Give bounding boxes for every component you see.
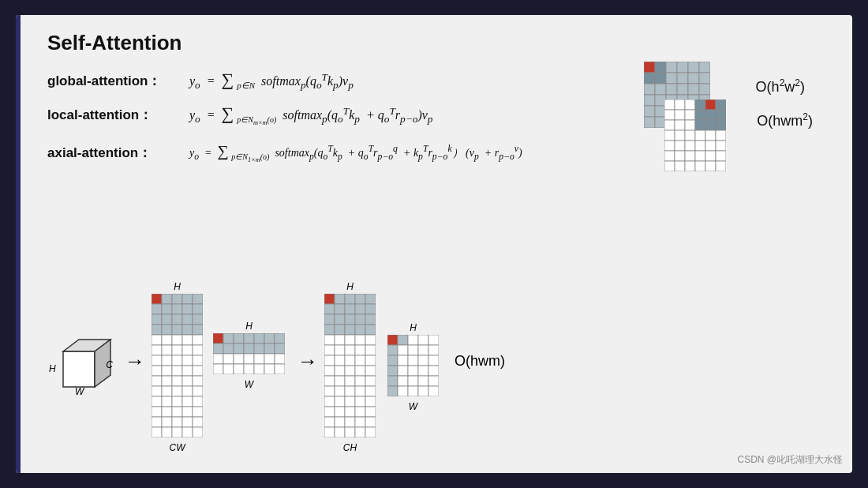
svg-rect-171 (275, 354, 285, 364)
svg-rect-58 (705, 130, 716, 141)
svg-rect-127 (162, 386, 172, 396)
svg-rect-132 (162, 396, 172, 407)
svg-rect-130 (193, 386, 203, 396)
svg-rect-115 (193, 355, 203, 366)
svg-rect-187 (355, 304, 365, 314)
svg-rect-87 (162, 304, 172, 314)
svg-rect-249 (387, 335, 398, 345)
svg-rect-121 (152, 376, 162, 386)
svg-rect-113 (172, 355, 182, 366)
svg-rect-42 (664, 110, 675, 120)
h-label-final: H (410, 322, 417, 333)
svg-rect-206 (345, 345, 355, 355)
cube-c-label: C (106, 359, 113, 370)
svg-rect-102 (162, 335, 172, 345)
svg-rect-266 (408, 366, 418, 376)
svg-rect-245 (335, 427, 345, 437)
svg-rect-175 (244, 364, 254, 374)
svg-rect-200 (335, 335, 345, 345)
svg-rect-157 (275, 333, 285, 343)
svg-rect-91 (152, 314, 162, 325)
local-complexity: O(hwm2) (757, 111, 813, 130)
svg-rect-269 (387, 376, 398, 386)
svg-rect-2 (666, 62, 677, 73)
svg-rect-169 (254, 354, 264, 364)
svg-rect-147 (162, 427, 172, 437)
svg-rect-181 (345, 294, 355, 304)
svg-rect-189 (324, 314, 335, 325)
arrow-2: → (297, 350, 318, 374)
svg-rect-11 (699, 73, 710, 84)
svg-rect-254 (387, 345, 398, 355)
left-bar (16, 15, 21, 473)
svg-rect-49 (675, 120, 685, 130)
svg-rect-134 (182, 396, 193, 407)
svg-rect-100 (193, 325, 203, 335)
svg-rect-252 (418, 335, 428, 345)
global-label: global-attention： (47, 72, 189, 90)
svg-rect-106 (152, 345, 162, 355)
svg-rect-242 (355, 417, 365, 427)
axial-formula: yo = ∑ p∈N1×m(o) softmaxp(qoTkp + qoTrp−… (189, 142, 829, 163)
svg-rect-256 (408, 345, 418, 355)
svg-rect-240 (335, 417, 345, 427)
bottom-section: H W C → H CW H W → H CH H W (47, 281, 836, 453)
svg-rect-138 (172, 407, 182, 417)
svg-rect-112 (162, 355, 172, 366)
svg-rect-15 (677, 84, 688, 95)
svg-rect-37 (675, 99, 685, 110)
svg-rect-149 (182, 427, 193, 437)
svg-rect-82 (162, 294, 172, 304)
svg-rect-43 (675, 110, 685, 120)
svg-rect-0 (644, 62, 655, 73)
svg-rect-41 (716, 99, 726, 110)
svg-rect-143 (172, 417, 182, 427)
svg-rect-145 (193, 417, 203, 427)
axial-label: axial-attention： (47, 144, 189, 162)
svg-rect-54 (664, 130, 675, 141)
svg-rect-107 (162, 345, 172, 355)
svg-rect-1 (655, 62, 666, 73)
content: Self-Attention global-attention： yo = ∑ … (47, 31, 829, 163)
ch-label: CH (343, 442, 357, 453)
svg-rect-136 (152, 407, 162, 417)
svg-rect-156 (264, 333, 275, 343)
svg-rect-146 (152, 427, 162, 437)
svg-rect-258 (428, 345, 439, 355)
svg-rect-244 (324, 427, 335, 437)
svg-rect-38 (685, 99, 695, 110)
svg-rect-129 (182, 386, 193, 396)
svg-rect-186 (345, 304, 355, 314)
svg-rect-217 (355, 366, 365, 376)
svg-rect-137 (162, 407, 172, 417)
svg-rect-166 (223, 354, 234, 364)
svg-rect-131 (152, 396, 162, 407)
svg-rect-255 (398, 345, 408, 355)
svg-rect-39 (695, 99, 705, 110)
svg-rect-90 (193, 304, 203, 314)
svg-rect-232 (355, 396, 365, 407)
cw-grid-wrap: H CW (152, 281, 203, 453)
hw-grid-wrap: H W (213, 321, 285, 390)
svg-rect-227 (355, 386, 365, 396)
svg-rect-273 (428, 376, 439, 386)
svg-rect-176 (254, 364, 264, 374)
svg-rect-4 (688, 62, 699, 73)
svg-rect-163 (264, 343, 275, 354)
svg-rect-59 (716, 130, 726, 141)
w-label-final: W (409, 401, 417, 412)
svg-rect-196 (345, 325, 355, 335)
svg-rect-167 (234, 354, 244, 364)
svg-rect-264 (387, 366, 398, 376)
svg-rect-152 (223, 333, 234, 343)
watermark: CSDN @叱吒湖理大水怪 (737, 453, 843, 467)
ch-grid-wrap: H CH (324, 281, 376, 453)
svg-rect-243 (365, 417, 376, 427)
svg-rect-114 (182, 355, 193, 366)
svg-rect-247 (355, 427, 365, 437)
svg-rect-182 (355, 294, 365, 304)
final-grid-wrap: H W (387, 322, 439, 412)
svg-rect-97 (162, 325, 172, 335)
axial-attention-row: axial-attention： yo = ∑ p∈N1×m(o) softma… (47, 142, 829, 163)
svg-rect-209 (324, 355, 335, 366)
